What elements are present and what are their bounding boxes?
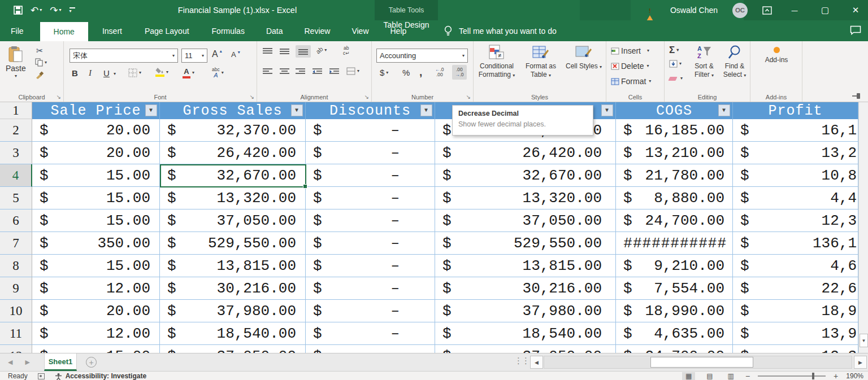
cell[interactable]: $26,420.00 (435, 142, 616, 164)
font-color-button[interactable]: A ▾ (183, 67, 194, 78)
find-select-button[interactable]: Find & Select ▾ (720, 45, 749, 79)
page-break-view-button[interactable]: ▥ (724, 372, 737, 380)
column-header[interactable]: Profit (733, 102, 858, 119)
cell[interactable]: $32,370.00 (160, 119, 306, 142)
sheet-tab-sheet1[interactable]: Sheet1 (44, 353, 77, 371)
row-header[interactable]: 2 (0, 119, 32, 142)
avatar[interactable]: OC (732, 3, 748, 18)
cell[interactable]: $24,700.00 (616, 345, 733, 353)
comma-style-button[interactable]: , (419, 66, 422, 78)
cell-styles-button[interactable]: Cell Styles ▾ (562, 45, 606, 71)
cell[interactable]: $10,8 (733, 164, 858, 187)
cell[interactable]: $20.00 (32, 300, 160, 322)
row-header[interactable]: 12 (0, 345, 32, 353)
cell[interactable]: $15.00 (32, 345, 160, 353)
cell[interactable]: $22,6 (733, 277, 858, 300)
cell[interactable]: $30,216.00 (160, 277, 306, 300)
cell[interactable]: $350.00 (32, 232, 160, 255)
cell[interactable]: $12.00 (32, 277, 160, 300)
cell[interactable]: $8,880.00 (616, 187, 733, 209)
percent-style-button[interactable]: % (402, 68, 410, 77)
macro-record-icon[interactable] (38, 373, 45, 379)
undo-button[interactable]: ↶▾ (31, 5, 42, 16)
tab-formulas[interactable]: Formulas (202, 20, 254, 41)
cell[interactable]: $13,210.00 (616, 142, 733, 164)
zoom-in-button[interactable]: + (834, 372, 838, 380)
cell[interactable]: ########### (616, 232, 733, 255)
copy-button[interactable]: ▾ (35, 58, 47, 67)
zoom-slider[interactable] (758, 375, 826, 377)
row-header[interactable]: 6 (0, 209, 32, 232)
normal-view-button[interactable]: ▦ (682, 372, 695, 380)
warning-icon[interactable]: ! (644, 6, 656, 15)
cell[interactable]: $26,420.00 (160, 142, 306, 164)
font-name-combo[interactable]: 宋体▾ (70, 49, 178, 63)
cell[interactable]: $20.00 (32, 119, 160, 142)
maximize-button[interactable]: ▢ (817, 5, 833, 15)
cell[interactable]: $16,1 (733, 119, 858, 142)
cell[interactable]: $15.00 (32, 187, 160, 209)
cell[interactable]: $– (306, 142, 435, 164)
sort-filter-button[interactable]: AZ Sort & Filter ▾ (688, 45, 720, 79)
prev-sheet-icon[interactable]: ◀ (8, 359, 12, 366)
cell[interactable]: $32,670.00 (435, 164, 616, 187)
tell-me-box[interactable]: Tell me what you want to do (444, 20, 557, 41)
accounting-format-button[interactable]: $▾ (380, 68, 388, 77)
cell[interactable]: $7,554.00 (616, 277, 733, 300)
chevron-down-icon[interactable]: ▾ (192, 71, 194, 75)
fill-color-button[interactable]: ▾ (155, 67, 168, 77)
tab-file[interactable]: File (0, 20, 34, 41)
chevron-down-icon[interactable]: ▾ (324, 48, 327, 53)
cell[interactable]: $13,815.00 (160, 255, 306, 277)
vertical-scrollbar[interactable]: ▼ (858, 102, 868, 353)
row-header[interactable]: 9 (0, 277, 32, 300)
chevron-down-icon[interactable]: ▾ (40, 8, 42, 12)
insert-button[interactable]: Insert▾ (611, 46, 649, 55)
decrease-decimal-button[interactable]: .00→.0 (452, 65, 467, 80)
cell[interactable]: $– (306, 277, 435, 300)
cell[interactable]: $15.00 (32, 255, 160, 277)
pin-ribbon-icon[interactable] (852, 93, 861, 99)
chevron-down-icon[interactable]: ▾ (45, 60, 47, 65)
cell[interactable]: $13,320.00 (435, 187, 616, 209)
dialog-launcher-icon[interactable]: ↘ (466, 94, 471, 100)
cell[interactable]: $– (306, 187, 435, 209)
dialog-launcher-icon[interactable]: ↘ (57, 94, 61, 100)
zoom-out-button[interactable]: − (745, 372, 750, 380)
redo-button[interactable]: ↷▾ (50, 5, 61, 16)
cell[interactable]: $18,9 (733, 300, 858, 322)
chevron-down-icon[interactable]: ▾ (114, 72, 116, 76)
tab-insert[interactable]: Insert (93, 20, 132, 41)
cell[interactable]: $12.00 (32, 322, 160, 345)
user-name[interactable]: Oswald Chen (670, 6, 718, 15)
tab-home[interactable]: Home (40, 22, 88, 41)
chevron-down-icon[interactable]: ▾ (166, 70, 168, 75)
wrap-text-button[interactable]: abc↵ (343, 46, 349, 56)
cell[interactable]: $37,050.00 (435, 345, 616, 353)
cell[interactable]: $18,540.00 (160, 322, 306, 345)
cell[interactable]: $24,700.00 (616, 209, 733, 232)
dialog-launcher-icon[interactable]: ↘ (364, 94, 369, 100)
underline-button[interactable]: U (103, 68, 110, 78)
phonetic-guide-button[interactable]: abcA ▾ (212, 67, 224, 78)
align-left-button[interactable] (263, 68, 272, 75)
column-header[interactable]: Discounts▼ (306, 102, 435, 119)
filter-dropdown-icon[interactable]: ▼ (601, 104, 613, 116)
tab-table-design[interactable]: Table Design (375, 20, 438, 29)
cell[interactable]: $– (306, 164, 435, 187)
cell[interactable]: $136,1 (733, 232, 858, 255)
clear-button[interactable]: ▾ (669, 76, 683, 81)
delete-button[interactable]: Delete▾ (611, 62, 649, 71)
cell[interactable]: $15.00 (32, 164, 160, 187)
row-header[interactable]: 8 (0, 255, 32, 277)
chevron-down-icon[interactable]: ▾ (357, 69, 359, 73)
new-sheet-button[interactable]: + (86, 357, 97, 368)
chevron-down-icon[interactable]: ▾ (680, 76, 683, 81)
scroll-down-button[interactable]: ▼ (860, 334, 868, 347)
filter-dropdown-icon[interactable]: ▼ (291, 104, 303, 116)
merge-center-button[interactable]: ▾ (346, 67, 359, 75)
bottom-align-button[interactable] (296, 45, 311, 58)
cell[interactable]: $12,3 (733, 345, 858, 353)
cell[interactable]: $13,815.00 (435, 255, 616, 277)
filter-dropdown-icon[interactable]: ▼ (145, 104, 157, 116)
